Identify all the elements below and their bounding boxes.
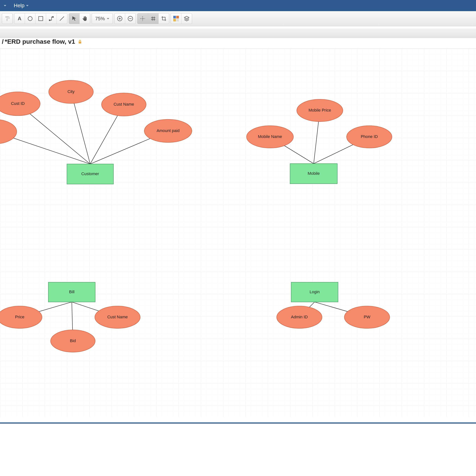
text-icon: A <box>18 16 21 22</box>
attribute-label: Mobile Price <box>308 108 331 113</box>
zoom-out-button[interactable] <box>125 13 136 24</box>
zoom-in-button[interactable] <box>115 13 125 24</box>
line-icon <box>59 16 65 21</box>
attribute-label: Bid <box>70 339 76 343</box>
entity-label: Bill <box>69 289 74 294</box>
ellipse-tool-button[interactable] <box>25 13 35 24</box>
square-icon <box>38 16 44 21</box>
document-title[interactable]: *ERD purchase flow, v1 <box>5 38 75 45</box>
line-tool-button[interactable] <box>57 13 67 24</box>
titlebar: / *ERD purchase flow, v1 <box>0 26 476 49</box>
document-title-row: / *ERD purchase flow, v1 <box>0 38 476 48</box>
entity-label: Mobile <box>308 171 320 176</box>
svg-line-4 <box>60 17 64 21</box>
attribute-label: Amount paid <box>156 128 180 133</box>
crop-button[interactable] <box>159 13 169 24</box>
svg-point-0 <box>28 17 32 21</box>
grid-group <box>137 13 169 24</box>
breadcrumb-prefix: / <box>2 38 3 45</box>
chevron-down-icon <box>26 5 29 6</box>
plus-circle-icon <box>117 16 122 21</box>
svg-rect-3 <box>52 16 54 18</box>
snap-button[interactable] <box>137 13 148 24</box>
circle-icon <box>27 16 33 21</box>
svg-rect-2 <box>49 19 51 21</box>
format-painter-icon <box>4 16 10 21</box>
rect-tool-button[interactable] <box>35 13 46 24</box>
toolbar: A 75% <box>0 11 476 26</box>
attribute-label: PW <box>364 315 370 319</box>
svg-rect-1 <box>39 17 43 21</box>
canvas[interactable]: CustomerMobileBillLoginne NoCust IDCityC… <box>0 49 476 417</box>
zoom-select[interactable]: 75% <box>92 13 113 24</box>
grid-button[interactable] <box>148 13 159 24</box>
pan-tool-button[interactable] <box>80 13 90 24</box>
minus-circle-icon <box>128 16 133 21</box>
menu-help-label: Help <box>14 3 25 9</box>
chevron-down-icon <box>4 5 6 6</box>
format-painter-button[interactable] <box>2 13 13 24</box>
lock-icon <box>78 40 82 44</box>
pointer-tool-button[interactable] <box>69 13 80 24</box>
attribute-label: City <box>68 89 75 94</box>
text-tool-button[interactable]: A <box>14 13 25 24</box>
connector-tool-button[interactable] <box>46 13 57 24</box>
menu-unknown[interactable] <box>4 5 6 6</box>
attribute-label: Price <box>15 315 24 319</box>
hand-icon <box>82 16 87 21</box>
pointer-icon <box>71 16 77 21</box>
svg-rect-12 <box>79 42 81 44</box>
connector-icon <box>49 16 54 21</box>
colors-button[interactable] <box>171 13 182 24</box>
shapes-group: A <box>14 13 67 24</box>
cursor-group <box>69 13 90 24</box>
entity-label: Login <box>310 289 320 294</box>
grid-icon <box>151 16 156 21</box>
attribute-label: Cust Name <box>107 315 128 319</box>
menubar: Help <box>0 0 476 11</box>
erd-diagram: CustomerMobileBillLoginne NoCust IDCityC… <box>0 49 476 417</box>
attribute-phone_no[interactable] <box>0 119 17 144</box>
attribute-label: Phone ID <box>361 134 378 139</box>
attribute-label: Admin ID <box>291 315 308 319</box>
style-group <box>171 13 192 24</box>
zoom-level-label: 75% <box>95 16 105 22</box>
attribute-label: Cust Name <box>114 102 134 106</box>
attribute-label: Cust ID <box>11 101 25 106</box>
layers-icon <box>184 16 189 21</box>
chevron-down-icon <box>107 18 109 19</box>
attribute-label: Mobile Name <box>258 134 282 139</box>
crop-icon <box>161 16 167 21</box>
snap-icon <box>140 16 145 21</box>
menu-help[interactable]: Help <box>14 3 29 9</box>
format-group <box>2 13 13 24</box>
palette-icon <box>173 16 179 21</box>
entity-label: Customer <box>81 171 99 176</box>
zoom-group <box>114 13 136 24</box>
layers-button[interactable] <box>182 13 192 24</box>
